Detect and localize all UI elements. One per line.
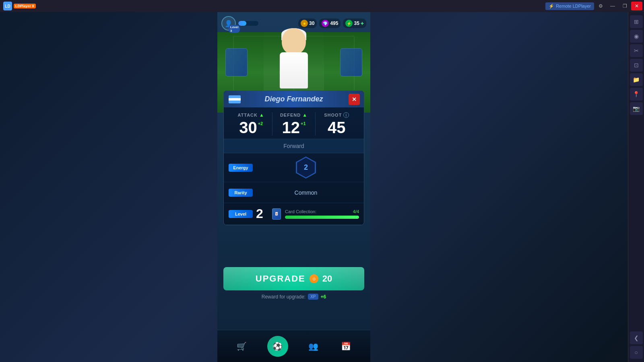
app-logo: LD LDPlayer 9 bbox=[0, 2, 39, 10]
sidebar-icon-1[interactable]: ⊞ bbox=[630, 15, 643, 28]
attack-value-container: 30 +2 bbox=[230, 119, 272, 136]
shoot-value-container: 45 bbox=[316, 119, 358, 136]
mini-card-right bbox=[340, 48, 362, 76]
home-icon: ⚽ bbox=[267, 336, 288, 357]
defend-up-arrow: ▲ bbox=[302, 112, 308, 118]
team-icon: 👥 bbox=[306, 339, 321, 354]
position-text: Forward bbox=[283, 143, 304, 149]
level-row: Level 2 🃏 Card Collection: 4/4 bbox=[224, 203, 364, 225]
add-energy-button[interactable]: + bbox=[361, 20, 364, 27]
shoot-label: SHOOT i bbox=[316, 112, 358, 118]
level-label: Level bbox=[229, 210, 253, 218]
title-bar: LD LDPlayer 9 ⚡ Remote LDPlayer ⚙ — ❐ ✕ bbox=[0, 0, 644, 12]
upgrade-cost-icon: ⊙ bbox=[310, 274, 318, 283]
attack-label: ATTACK ▲ bbox=[230, 112, 272, 118]
stats-row: ATTACK ▲ 30 +2 DEFEND ▲ 12 bbox=[224, 107, 364, 139]
currency-gold: ★ 30 bbox=[298, 19, 317, 28]
nav-calendar[interactable]: 📅 bbox=[339, 339, 353, 354]
mini-card-left bbox=[225, 48, 248, 76]
reward-xp-value: +6 bbox=[321, 294, 326, 300]
game-content: 👤 Level 3 ★ 30 💎 495 ⚡ 35 + bbox=[217, 12, 370, 362]
gem-value: 495 bbox=[330, 21, 338, 26]
close-button[interactable]: ✕ bbox=[631, 2, 642, 10]
gold-value: 30 bbox=[309, 21, 314, 26]
currency-gem: 💎 495 bbox=[319, 19, 341, 28]
energy-hexagon: 2 bbox=[296, 156, 316, 179]
position-row: Forward bbox=[224, 139, 364, 153]
defend-bonus: +1 bbox=[301, 121, 306, 126]
defend-value: 12 bbox=[282, 119, 300, 136]
ld-icon: LD bbox=[3, 2, 12, 10]
collection-count: 4/4 bbox=[353, 209, 359, 214]
upgrade-cost: 20 bbox=[322, 274, 332, 284]
reward-xp-icon: XP bbox=[308, 294, 318, 300]
shoot-stat: SHOOT i 45 bbox=[316, 112, 358, 136]
calendar-icon: 📅 bbox=[339, 339, 353, 354]
progress-bar-bg bbox=[285, 216, 359, 219]
xp-bar-container bbox=[238, 21, 258, 26]
energy-icon: ⚡ bbox=[345, 20, 353, 27]
gem-icon: 💎 bbox=[322, 20, 329, 27]
dialog-close-button[interactable]: ✕ bbox=[349, 94, 360, 105]
sidebar-icon-7[interactable]: 📷 bbox=[630, 102, 643, 115]
shoot-info-icon[interactable]: i bbox=[343, 112, 349, 118]
dialog-header: Diego Fernandez ✕ bbox=[224, 91, 364, 107]
game-area: 👤 Level 3 ★ 30 💎 495 ⚡ 35 + bbox=[0, 12, 628, 362]
rarity-content: Common bbox=[253, 189, 359, 196]
energy-value: 35 bbox=[354, 21, 359, 26]
sidebar-icon-5[interactable]: 📁 bbox=[630, 73, 643, 86]
level-number: 2 bbox=[256, 206, 268, 221]
sidebar-arrow-icon[interactable]: ❮ bbox=[630, 331, 643, 344]
defend-value-container: 12 +1 bbox=[272, 119, 315, 136]
level-section: 2 🃏 Card Collection: 4/4 bbox=[256, 203, 359, 224]
nav-team[interactable]: 👥 bbox=[306, 339, 321, 354]
currency-energy: ⚡ 35 + bbox=[343, 19, 366, 28]
rarity-value: Common bbox=[295, 189, 318, 196]
attack-bonus: +2 bbox=[258, 121, 263, 126]
player-body bbox=[280, 52, 308, 88]
player-avatar-container: 👤 Level 3 bbox=[221, 16, 236, 31]
upgrade-button[interactable]: UPGRADE ⊙ 20 bbox=[223, 267, 364, 290]
xp-bar bbox=[238, 21, 246, 26]
upgrade-section: UPGRADE ⊙ 20 Reward for upgrade: XP +6 bbox=[223, 267, 364, 300]
right-sidebar: ⊞ ◉ ✂ ⊡ 📁 📍 📷 ❮ ○ bbox=[628, 12, 644, 362]
rarity-row: Rarity Common bbox=[224, 182, 364, 203]
remote-ldplayer-button[interactable]: ⚡ Remote LDPlayer bbox=[545, 2, 594, 10]
nav-shop[interactable]: 🛒 bbox=[235, 339, 249, 354]
settings-button[interactable]: ⚙ bbox=[595, 2, 606, 10]
attack-value: 30 bbox=[239, 119, 257, 136]
energy-label: Energy bbox=[229, 164, 253, 172]
attack-up-arrow: ▲ bbox=[259, 112, 264, 118]
stats-dialog: Diego Fernandez ✕ ATTACK ▲ 30 +2 bbox=[223, 90, 364, 225]
nav-home[interactable]: ⚽ bbox=[267, 336, 288, 357]
player-head bbox=[282, 28, 306, 54]
bottom-nav: 🛒 ⚽ 👥 📅 bbox=[217, 330, 370, 362]
xp-bar-wrapper bbox=[238, 21, 258, 26]
collection-label: Card Collection: 4/4 bbox=[285, 209, 359, 214]
sidebar-icon-3[interactable]: ✂ bbox=[630, 44, 643, 57]
card-icon: 🃏 bbox=[272, 208, 281, 220]
sidebar-icon-4[interactable]: ⊡ bbox=[630, 59, 643, 72]
top-hud: 👤 Level 3 ★ 30 💎 495 ⚡ 35 + bbox=[217, 15, 370, 31]
dialog-title: Diego Fernandez bbox=[264, 95, 323, 103]
attack-stat: ATTACK ▲ 30 +2 bbox=[230, 112, 272, 136]
sidebar-icon-2[interactable]: ◉ bbox=[630, 30, 643, 43]
shoot-value: 45 bbox=[328, 119, 346, 136]
upgrade-text: UPGRADE bbox=[256, 274, 305, 284]
player-flag bbox=[229, 95, 241, 103]
sidebar-circle-icon[interactable]: ○ bbox=[630, 346, 643, 359]
defend-label: DEFEND ▲ bbox=[272, 112, 315, 118]
progress-bar-fill bbox=[285, 216, 359, 219]
reward-text: Reward for upgrade: XP +6 bbox=[262, 294, 326, 300]
rarity-label: Rarity bbox=[229, 189, 253, 197]
level-badge: Level 3 bbox=[229, 25, 240, 33]
minimize-button[interactable]: — bbox=[607, 2, 618, 10]
app-version: LDPlayer 9 bbox=[14, 4, 36, 8]
sidebar-icon-6[interactable]: 📍 bbox=[630, 88, 643, 101]
restore-button[interactable]: ❐ bbox=[619, 2, 630, 10]
gold-icon: ★ bbox=[301, 20, 308, 27]
defend-stat: DEFEND ▲ 12 +1 bbox=[272, 112, 315, 136]
energy-row: Energy 2 bbox=[224, 153, 364, 182]
titlebar-controls: ⚡ Remote LDPlayer ⚙ — ❐ ✕ bbox=[545, 2, 644, 10]
energy-content: 2 bbox=[253, 156, 359, 179]
